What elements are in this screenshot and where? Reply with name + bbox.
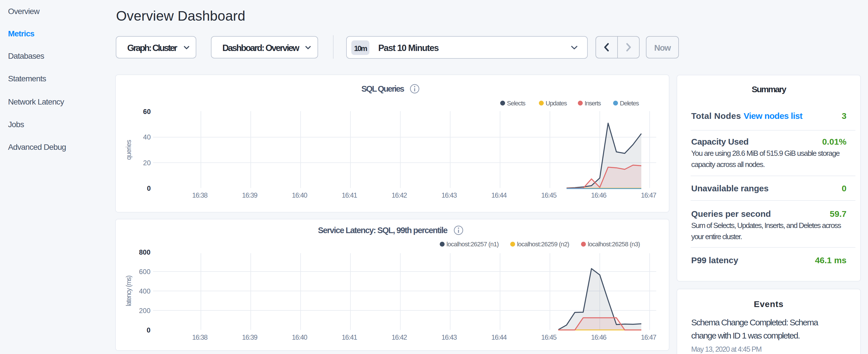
svg-text:16:45: 16:45	[541, 191, 557, 199]
svg-text:20: 20	[143, 159, 151, 167]
svg-text:Updates: Updates	[546, 100, 567, 107]
svg-text:SQL Queries: SQL Queries	[361, 84, 404, 93]
svg-text:16:46: 16:46	[591, 333, 607, 341]
svg-text:Service Latency: SQL, 99th per: Service Latency: SQL, 99th percentile	[318, 226, 448, 235]
svg-text:16:38: 16:38	[192, 333, 208, 341]
svg-text:16:39: 16:39	[242, 191, 257, 199]
svg-text:16:40: 16:40	[292, 191, 307, 199]
svg-text:16:45: 16:45	[541, 333, 557, 341]
svg-text:localhost:26259 (n2): localhost:26259 (n2)	[517, 240, 569, 248]
svg-text:16:39: 16:39	[242, 333, 257, 341]
svg-text:16:41: 16:41	[342, 333, 357, 341]
svg-text:16:42: 16:42	[392, 333, 407, 341]
svg-text:localhost:26257 (n1): localhost:26257 (n1)	[446, 240, 499, 248]
svg-text:16:38: 16:38	[192, 191, 208, 199]
svg-text:16:44: 16:44	[491, 191, 507, 199]
svg-text:queries: queries	[125, 140, 132, 160]
svg-text:16:47: 16:47	[641, 333, 656, 341]
svg-text:400: 400	[139, 287, 150, 295]
svg-text:600: 600	[139, 268, 150, 276]
svg-text:60: 60	[143, 108, 151, 116]
svg-text:Deletes: Deletes	[620, 100, 639, 107]
svg-text:16:47: 16:47	[641, 191, 656, 199]
svg-text:localhost:26258 (n3): localhost:26258 (n3)	[588, 240, 640, 248]
svg-text:Inserts: Inserts	[585, 100, 601, 107]
svg-text:16:41: 16:41	[342, 191, 357, 199]
svg-text:16:40: 16:40	[292, 333, 307, 341]
svg-text:16:44: 16:44	[491, 333, 507, 341]
svg-text:0: 0	[147, 326, 150, 334]
svg-text:16:42: 16:42	[392, 191, 407, 199]
svg-text:0: 0	[147, 185, 151, 192]
svg-text:16:43: 16:43	[441, 191, 457, 199]
svg-text:40: 40	[143, 133, 151, 141]
svg-text:latency (ms): latency (ms)	[125, 276, 132, 306]
svg-text:800: 800	[139, 248, 150, 256]
svg-text:16:43: 16:43	[441, 333, 457, 341]
svg-text:16:46: 16:46	[591, 191, 607, 199]
svg-text:200: 200	[139, 307, 150, 315]
svg-text:Selects: Selects	[507, 100, 526, 107]
